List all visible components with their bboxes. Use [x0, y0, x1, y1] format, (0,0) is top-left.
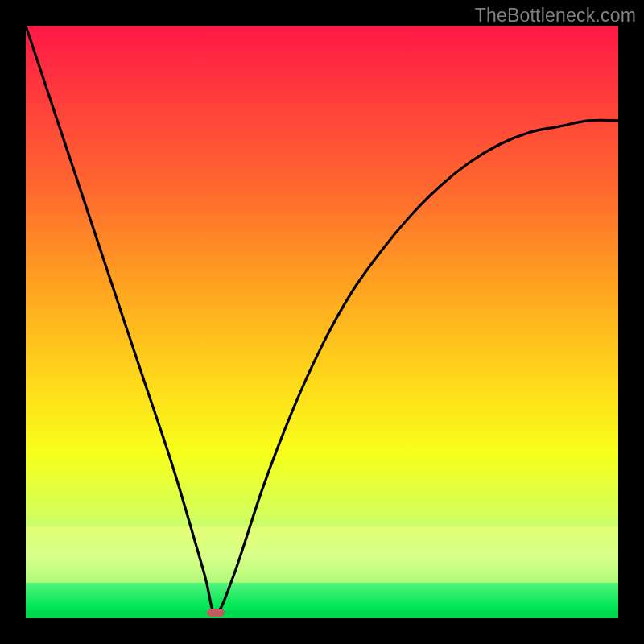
baseline: [26, 610, 618, 618]
chart-frame: TheBottleneck.com: [0, 0, 644, 644]
bottleneck-curve: [26, 26, 618, 618]
plot-area: [26, 26, 618, 618]
highlight-band: [26, 526, 618, 583]
watermark-text: TheBottleneck.com: [475, 5, 636, 27]
